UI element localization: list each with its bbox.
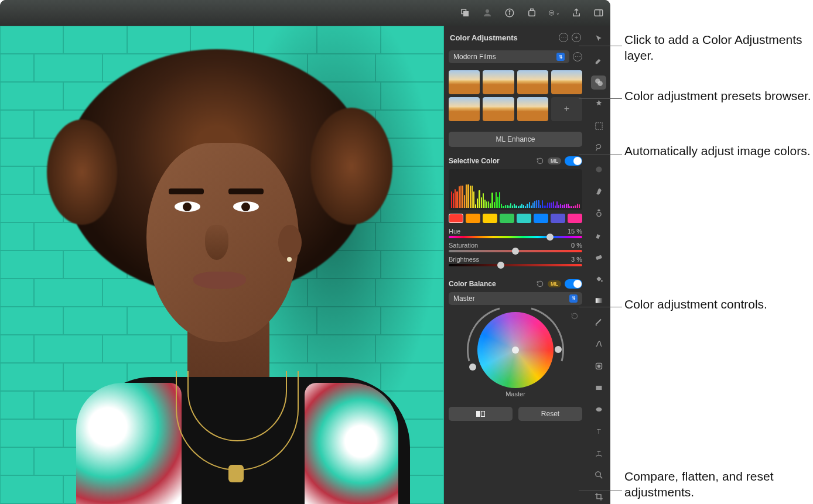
- tool-marquee[interactable]: [591, 119, 606, 133]
- tool-fill[interactable]: [591, 272, 606, 286]
- slider-thumb[interactable]: [546, 234, 554, 241]
- preset-dropdown[interactable]: Modern Films ⇅: [449, 50, 569, 63]
- layers-icon[interactable]: [459, 7, 471, 19]
- annotations: Click to add a Color Adjustments layer. …: [610, 0, 813, 504]
- share-icon[interactable]: [571, 7, 582, 19]
- tool-adjust[interactable]: [591, 76, 606, 90]
- slider-value: 15 %: [568, 228, 582, 235]
- svg-rect-16: [595, 123, 602, 129]
- color-swatch[interactable]: [500, 214, 514, 223]
- slider-label: Hue: [449, 228, 460, 235]
- slider-thumb[interactable]: [512, 248, 519, 255]
- ml-enhance-button[interactable]: ML Enhance: [449, 132, 582, 147]
- tool-rect[interactable]: [591, 380, 606, 395]
- ml-badge[interactable]: ML: [548, 280, 561, 287]
- tool-blur[interactable]: [591, 163, 606, 177]
- section-toggle[interactable]: [565, 156, 582, 166]
- arc-handle[interactable]: [555, 346, 562, 353]
- tool-erase[interactable]: [591, 250, 606, 264]
- tool-effects[interactable]: [591, 97, 606, 111]
- svg-point-11: [552, 13, 553, 13]
- window-toolbar: ⌄: [0, 0, 610, 26]
- reset-icon[interactable]: [536, 280, 544, 288]
- slider-label: Brightness: [449, 256, 479, 263]
- tool-freeform[interactable]: [591, 337, 606, 351]
- color-balance-section: Color Balance ML Master ⇅: [449, 279, 582, 397]
- svg-rect-1: [464, 12, 469, 16]
- brightness-slider[interactable]: [449, 264, 582, 266]
- slider-label: Saturation: [449, 242, 478, 249]
- tool-paint[interactable]: [591, 228, 606, 242]
- preset-thumb[interactable]: [483, 97, 514, 121]
- tool-shape[interactable]: [591, 359, 606, 373]
- compare-icon: [476, 411, 485, 417]
- tool-pen[interactable]: [591, 315, 606, 329]
- slider-value: 3 %: [571, 256, 582, 263]
- wheel-handle[interactable]: [512, 347, 519, 354]
- color-wheel[interactable]: [477, 312, 554, 388]
- svg-rect-6: [529, 11, 535, 16]
- svg-text:T: T: [597, 428, 601, 435]
- color-swatch[interactable]: [534, 214, 548, 223]
- preset-thumb[interactable]: [483, 70, 514, 94]
- color-swatch[interactable]: [568, 214, 582, 223]
- annotation-text: Automatically adjust image colors.: [624, 143, 810, 159]
- preset-options-icon[interactable]: ⋯: [573, 52, 582, 61]
- slider-thumb[interactable]: [497, 262, 504, 269]
- wheel-reset-icon[interactable]: [571, 312, 579, 320]
- color-swatch[interactable]: [551, 214, 565, 223]
- svg-point-2: [486, 9, 489, 13]
- tool-type-path[interactable]: T: [591, 446, 606, 460]
- more-icon[interactable]: ⌄: [548, 7, 560, 19]
- options-icon[interactable]: ⋯: [559, 33, 568, 42]
- tool-warp[interactable]: [591, 184, 606, 198]
- tool-style[interactable]: [591, 53, 606, 67]
- app-window: ⌄: [0, 0, 610, 504]
- range-dropdown[interactable]: Master ⇅: [449, 292, 582, 305]
- tool-zoom[interactable]: [591, 468, 606, 482]
- tool-gradient[interactable]: [591, 293, 606, 307]
- reset-icon[interactable]: [536, 157, 544, 165]
- preset-dropdown-label: Modern Films: [453, 53, 496, 61]
- preset-thumb[interactable]: [449, 97, 480, 121]
- section-toggle[interactable]: [565, 279, 582, 289]
- preset-thumb[interactable]: [517, 70, 548, 94]
- compare-button[interactable]: [449, 407, 513, 421]
- canvas[interactable]: [0, 26, 444, 504]
- tool-oval[interactable]: [591, 403, 606, 417]
- preset-thumb[interactable]: [551, 70, 582, 94]
- add-layer-icon[interactable]: +: [572, 33, 581, 42]
- svg-point-15: [597, 81, 603, 87]
- tool-lasso[interactable]: [591, 140, 606, 155]
- inspector-panel: Color Adjustments ⋯ + Modern Films ⇅ ⋯: [444, 26, 587, 504]
- saturation-slider[interactable]: [449, 250, 582, 252]
- svg-point-10: [551, 13, 552, 13]
- reset-button[interactable]: Reset: [518, 407, 582, 421]
- svg-line-29: [600, 476, 602, 479]
- color-swatch[interactable]: [449, 214, 463, 223]
- annotation-text: Click to add a Color Adjustments layer.: [624, 32, 813, 64]
- extension-icon[interactable]: [526, 7, 538, 19]
- ml-badge[interactable]: ML: [548, 157, 561, 164]
- sidebar-toggle-icon[interactable]: [593, 7, 604, 19]
- tool-clone[interactable]: [591, 206, 606, 220]
- color-swatch[interactable]: [517, 214, 531, 223]
- preset-thumb[interactable]: [517, 97, 548, 121]
- hue-slider[interactable]: [449, 236, 582, 238]
- arc-handle[interactable]: [469, 364, 476, 371]
- color-swatch[interactable]: [466, 214, 480, 223]
- svg-point-9: [550, 13, 551, 13]
- preset-thumb[interactable]: [449, 70, 480, 94]
- svg-point-23: [597, 364, 600, 368]
- info-icon[interactable]: [504, 7, 515, 19]
- svg-point-28: [595, 472, 600, 477]
- add-preset-button[interactable]: +: [551, 97, 582, 121]
- tool-crop[interactable]: [591, 490, 606, 504]
- svg-rect-12: [595, 10, 603, 16]
- color-swatch[interactable]: [483, 214, 497, 223]
- person-icon[interactable]: [481, 7, 493, 19]
- tool-text[interactable]: T: [591, 424, 606, 438]
- svg-point-20: [601, 280, 603, 282]
- svg-point-17: [596, 167, 602, 173]
- tool-arrow[interactable]: [591, 32, 606, 46]
